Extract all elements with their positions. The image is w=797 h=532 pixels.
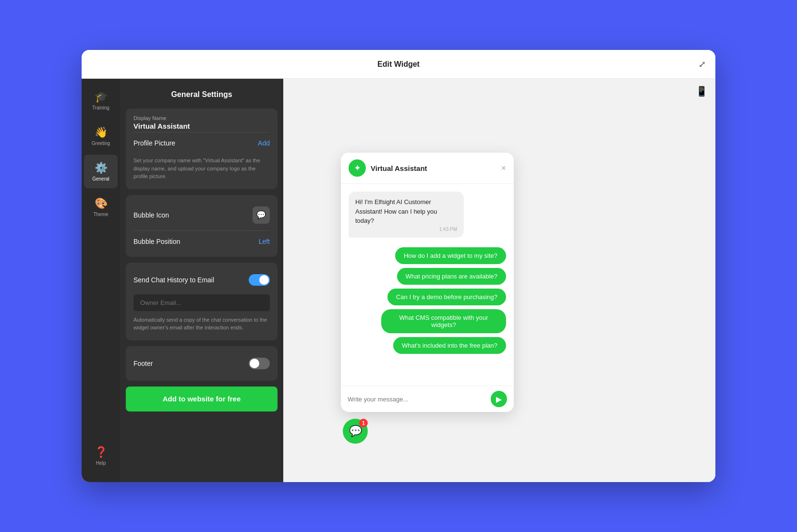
display-name-value: Virtual Assistant	[133, 122, 270, 130]
suggestion-1[interactable]: What pricing plans are available?	[397, 268, 507, 285]
bubble-position-row: Bubble Position Left	[133, 233, 270, 250]
bubble-icon-button[interactable]: 💬	[253, 206, 270, 224]
help-icon: ❓	[95, 446, 108, 459]
toggle-knob	[259, 275, 269, 285]
message-time: 1:43 PM	[355, 227, 457, 232]
device-icon[interactable]: 📱	[696, 85, 708, 97]
display-name-label: Display Name	[133, 115, 270, 121]
send-chat-label: Send Chat History to Email	[133, 276, 214, 284]
bubble-section: Bubble Icon 💬 Bubble Position Left	[126, 195, 278, 257]
sidebar-label-training: Training	[92, 105, 109, 110]
general-icon: ⚙️	[95, 162, 108, 174]
chat-messages: Hi! I'm Elfsight AI Customer Assistant! …	[341, 184, 514, 386]
chat-avatar-icon: ✦	[354, 163, 361, 173]
sidebar: 🎓 Training 👋 Greeting ⚙️ General 🎨 Theme…	[82, 79, 120, 482]
chat-bot-name: Virtual Assistant	[371, 164, 427, 172]
greeting-icon: 👋	[95, 126, 108, 139]
footer-row: Footer	[133, 353, 270, 374]
sidebar-item-greeting[interactable]: 👋 Greeting	[84, 119, 118, 153]
app-header: Edit Widget ⤢	[82, 50, 715, 79]
chat-message-input[interactable]	[348, 396, 486, 403]
app-body: 🎓 Training 👋 Greeting ⚙️ General 🎨 Theme…	[82, 79, 715, 482]
preview-toolbar: 📱	[696, 85, 708, 97]
owner-email-input[interactable]	[133, 294, 270, 311]
bot-greeting-message: Hi! I'm Elfsight AI Customer Assistant! …	[349, 192, 464, 238]
profile-picture-row: Profile Picture Add	[133, 134, 270, 152]
footer-toggle-knob	[250, 359, 259, 368]
bot-greeting-text: Hi! I'm Elfsight AI Customer Assistant! …	[355, 197, 457, 226]
sidebar-label-general: General	[92, 176, 109, 181]
theme-icon: 🎨	[95, 197, 108, 210]
footer-label: Footer	[133, 360, 153, 367]
chat-avatar: ✦	[349, 159, 366, 177]
send-chat-section: Send Chat History to Email Automatically…	[126, 263, 278, 340]
profile-picture-label: Profile Picture	[133, 139, 175, 147]
chat-close-button[interactable]: ×	[501, 163, 506, 173]
chat-bubble-button[interactable]: 💬 1	[343, 419, 368, 444]
bubble-icon-label: Bubble Icon	[133, 211, 169, 219]
chat-window: ✦ Virtual Assistant × Hi! I'm Elfsight A…	[341, 153, 514, 412]
suggestion-0[interactable]: How do I add a widget to my site?	[395, 247, 506, 264]
expand-icon[interactable]: ⤢	[699, 59, 706, 70]
suggestion-buttons: How do I add a widget to my site? What p…	[349, 247, 506, 354]
footer-toggle[interactable]	[249, 358, 270, 369]
sidebar-item-general[interactable]: ⚙️ General	[84, 155, 118, 188]
sidebar-label-help: Help	[96, 460, 106, 466]
app-window: Edit Widget ⤢ 🎓 Training 👋 Greeting ⚙️ G…	[82, 50, 715, 482]
suggestion-2[interactable]: Can I try a demo before purchasing?	[387, 289, 506, 305]
bubble-position-label: Bubble Position	[133, 238, 180, 245]
add-to-website-button[interactable]: Add to website for free	[126, 387, 278, 411]
description-text: Set your company name with "Virtual Assi…	[133, 152, 270, 182]
sidebar-item-theme[interactable]: 🎨 Theme	[84, 190, 118, 224]
training-icon: 🎓	[95, 91, 108, 103]
sidebar-label-greeting: Greeting	[92, 141, 110, 146]
preview-area: 📱 ✦ Virtual Assistant ×	[283, 79, 715, 482]
bubble-position-value[interactable]: Left	[259, 238, 270, 245]
bubble-badge: 1	[359, 419, 368, 427]
sidebar-label-theme: Theme	[93, 212, 108, 217]
sidebar-item-help[interactable]: ❓ Help	[84, 439, 118, 472]
chat-header: ✦ Virtual Assistant ×	[341, 153, 514, 184]
chat-input-area: ▶	[341, 386, 514, 412]
header-title: Edit Widget	[377, 60, 420, 69]
send-chat-toggle[interactable]	[249, 274, 270, 286]
send-chat-row: Send Chat History to Email	[133, 269, 270, 290]
chat-header-left: ✦ Virtual Assistant	[349, 159, 427, 177]
settings-panel: General Settings Display Name Virtual As…	[120, 79, 283, 482]
suggestion-3[interactable]: What CMS compatible with your widgets?	[381, 309, 506, 333]
settings-title: General Settings	[120, 79, 283, 109]
footer-section: Footer	[126, 346, 278, 381]
email-description: Automatically send a copy of the chat co…	[133, 311, 270, 334]
display-name-section: Display Name Virtual Assistant Profile P…	[126, 109, 278, 189]
send-button[interactable]: ▶	[491, 391, 507, 407]
sidebar-bottom: ❓ Help	[84, 439, 118, 474]
sidebar-item-training[interactable]: 🎓 Training	[84, 84, 118, 117]
chat-preview-container: ✦ Virtual Assistant × Hi! I'm Elfsight A…	[341, 153, 514, 444]
suggestion-4[interactable]: What's included into the free plan?	[393, 337, 506, 354]
bubble-icon-row: Bubble Icon 💬	[133, 202, 270, 229]
add-profile-picture-link[interactable]: Add	[258, 139, 270, 147]
